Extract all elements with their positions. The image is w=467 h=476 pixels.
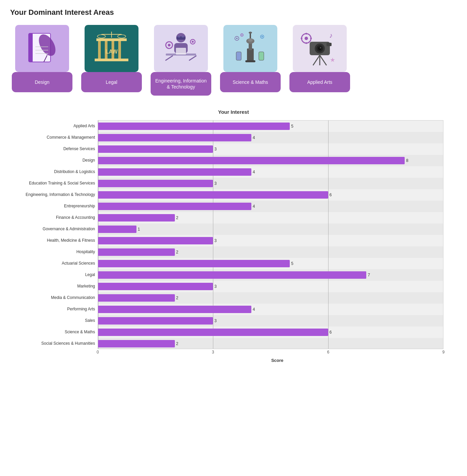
y-label-0: Applied Arts [10,120,98,132]
bar-fill-6 [98,191,328,199]
card-science[interactable]: Science & Maths [218,25,282,96]
card-legal-label-box: Legal [81,72,142,92]
bar-row-2: 3 [98,143,443,155]
bar-row-4: 4 [98,166,443,178]
bar-fill-11 [98,248,175,256]
card-science-label: Science & Maths [232,79,268,85]
svg-point-43 [236,38,238,39]
bar-row-11: 2 [98,246,443,258]
y-label-10: Health, Medicine & Fitness [10,235,98,246]
y-label-8: Finance & Accounting [10,212,98,223]
bar-row-3: 8 [98,155,443,166]
svg-rect-10 [96,38,127,41]
x-axis-title: Score [98,358,457,363]
bar-value-12: 5 [291,261,293,266]
y-label-9: Governance & Administration [10,223,98,235]
bar-fill-8 [98,214,175,222]
y-label-15: Media & Communication [10,292,98,303]
svg-rect-24 [182,36,184,37]
card-legal-image-wrapper: LAW [85,25,138,79]
bar-fill-9 [98,226,136,233]
y-labels-col: Applied ArtsCommerce & ManagementDefense… [10,120,98,349]
card-engineering-icon [154,25,208,72]
svg-point-45 [242,35,243,36]
bar-row-13: 7 [98,269,443,281]
card-design-image-bg [15,25,69,72]
bar-value-4: 4 [253,170,255,174]
svg-rect-48 [259,52,264,60]
y-label-13: Legal [10,269,98,280]
bar-value-9: 1 [138,227,140,232]
svg-point-29 [168,44,170,46]
x-axis-labels-row: 0369 [98,350,443,356]
chart-container: Applied ArtsCommerce & ManagementDefense… [10,120,457,363]
y-label-1: Commerce & Management [10,132,98,143]
bar-value-18: 6 [330,330,332,335]
bar-value-15: 2 [176,296,179,300]
y-label-5: Education Training & Social Services [10,177,98,189]
right-spacer [443,120,457,349]
interest-cards-row: Design [10,25,457,96]
bar-value-8: 2 [176,215,179,220]
bar-row-9: 1 [98,224,443,235]
card-design-image-wrapper [15,25,69,79]
svg-text:★: ★ [330,57,335,63]
bar-row-0: 5 [98,121,443,132]
bar-row-6: 6 [98,189,443,201]
bar-value-11: 2 [176,250,179,254]
y-label-16: Performing Arts [10,303,98,315]
bar-value-14: 3 [214,284,217,289]
y-label-11: Hospitality [10,246,98,258]
x-label-0: 0 [97,350,99,354]
card-engineering-image-bg [154,25,208,72]
y-label-19: Social Sciences & Humanities [10,338,98,349]
bar-value-19: 2 [176,341,179,346]
card-applied[interactable]: ♪ ★ Applied Arts [288,25,352,96]
card-engineering[interactable]: Engineering, Information & Technology [149,25,213,96]
card-science-label-box: Science & Maths [220,72,281,92]
y-label-17: Sales [10,315,98,326]
bar-fill-5 [98,180,213,187]
svg-rect-49 [236,52,241,60]
card-engineering-image-wrapper [154,25,208,79]
bar-row-1: 4 [98,132,443,143]
svg-point-61 [305,37,308,40]
bar-row-10: 3 [98,235,443,246]
bar-fill-1 [98,134,251,141]
card-legal[interactable]: LAW Legal [80,25,144,96]
bar-fill-12 [98,260,290,267]
bar-fill-19 [98,340,175,347]
x-label-3: 3 [212,350,214,354]
x-label-9: 9 [442,350,445,354]
svg-point-65 [310,38,312,39]
bar-value-3: 8 [406,158,408,163]
svg-rect-56 [326,43,332,46]
card-design-label-box: Design [12,72,72,92]
svg-rect-11 [98,41,101,59]
y-label-18: Science & Maths [10,326,98,338]
svg-point-63 [306,42,307,44]
card-legal-label: Legal [106,79,117,85]
y-label-6: Engineering, Information & Technology [10,189,98,200]
bar-row-8: 2 [98,212,443,224]
svg-point-54 [318,47,321,50]
svg-rect-27 [176,48,186,55]
card-science-image-bg [223,25,277,72]
y-label-7: Entrepreneurship [10,200,98,212]
bar-row-5: 3 [98,178,443,189]
card-applied-image-wrapper: ♪ ★ [293,25,347,79]
svg-point-62 [306,33,307,35]
card-design[interactable]: Design [10,25,74,96]
card-design-label: Design [35,79,50,85]
svg-rect-35 [247,48,254,62]
bar-fill-16 [98,306,251,313]
svg-text:♪: ♪ [329,32,333,39]
y-label-12: Actuarial Sciences [10,258,98,269]
bar-value-10: 3 [214,238,217,243]
card-engineering-label: Engineering, Information & Technology [153,78,209,90]
card-applied-label-box: Applied Arts [289,72,350,92]
bar-row-19: 2 [98,338,443,349]
y-label-4: Distribution & Logistics [10,166,98,177]
bar-fill-7 [98,203,251,210]
chart-section: Your Interest Applied ArtsCommerce & Man… [10,109,457,363]
